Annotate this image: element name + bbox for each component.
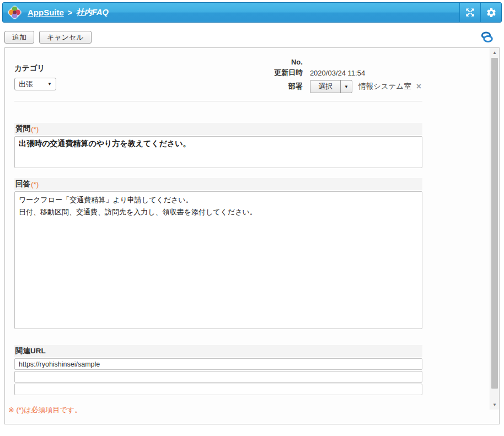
question-textarea[interactable]: 出張時の交通費精算のやり方を教えてください。	[14, 136, 422, 168]
related-url-input-2[interactable]	[14, 371, 422, 383]
department-label: 部署	[274, 79, 310, 94]
related-url-header: 関連URL	[14, 345, 422, 357]
scroll-down-icon[interactable]: ▼	[490, 401, 499, 410]
answer-label: 回答	[15, 179, 30, 189]
scrollbar-thumb[interactable]	[491, 58, 498, 389]
no-value	[310, 57, 421, 67]
no-label: No.	[274, 57, 310, 67]
question-label: 質問	[15, 124, 30, 134]
updated-value: 2020/03/24 11:54	[310, 67, 421, 79]
answer-field: 回答 (*) ワークフロー「交通費精算」より申請してください。 日付、移動区間、…	[14, 178, 422, 329]
department-select-button[interactable]: 選択 ▼	[310, 80, 352, 93]
add-button[interactable]: 追加	[4, 31, 34, 44]
page-title: 社内FAQ	[76, 7, 109, 18]
appsuite-logo-icon	[7, 4, 23, 20]
form-panel: カテゴリ 出張 ▼ No. 更新日時 2020/03/24 11:54 部署 選	[4, 47, 500, 424]
title-bar: AppSuite > 社内FAQ	[2, 2, 502, 23]
expand-icon	[465, 7, 475, 18]
expand-button[interactable]	[459, 3, 480, 22]
gear-icon	[486, 7, 497, 18]
answer-textarea[interactable]: ワークフロー「交通費精算」より申請してください。 日付、移動区間、交通費、訪問先…	[14, 191, 422, 329]
question-header: 質問 (*)	[14, 123, 422, 135]
scroll-up-icon[interactable]: ▲	[490, 49, 499, 57]
required-note: ※ (*)は必須項目です。	[8, 405, 82, 415]
action-toolbar: 追加 キャンセル	[4, 30, 500, 44]
cancel-button[interactable]: キャンセル	[39, 31, 92, 44]
updated-label: 更新日時	[274, 67, 310, 79]
titlebar-buttons	[459, 3, 501, 22]
rings-icon[interactable]	[480, 31, 494, 44]
related-url-input-3[interactable]	[14, 384, 422, 395]
chevron-down-icon: ▼	[47, 82, 52, 87]
settings-button[interactable]	[480, 3, 501, 22]
related-url-label: 関連URL	[15, 346, 46, 356]
answer-header: 回答 (*)	[14, 178, 422, 190]
vertical-scrollbar[interactable]: ▲ ▼	[490, 48, 499, 410]
category-label: カテゴリ	[14, 63, 56, 73]
required-mark: (*)	[31, 180, 39, 189]
question-field: 質問 (*) 出張時の交通費精算のやり方を教えてください。	[14, 123, 422, 168]
chevron-down-icon[interactable]: ▼	[340, 80, 352, 93]
remove-department-icon[interactable]: ×	[416, 82, 421, 91]
meta-block: No. 更新日時 2020/03/24 11:54 部署 選択 ▼ 情報システム…	[274, 57, 421, 94]
category-field: カテゴリ 出張 ▼	[14, 63, 56, 90]
related-url-field: 関連URL	[14, 345, 422, 395]
department-value: 情報システム室	[358, 82, 411, 91]
required-mark: (*)	[31, 125, 39, 133]
breadcrumb-separator: >	[68, 8, 72, 17]
department-select-label: 選択	[310, 80, 340, 93]
appsuite-home-link[interactable]: AppSuite	[28, 8, 64, 17]
category-value: 出張	[19, 79, 33, 89]
category-select[interactable]: 出張 ▼	[14, 78, 56, 90]
divider	[14, 101, 422, 101]
related-url-input-1[interactable]	[14, 358, 422, 370]
